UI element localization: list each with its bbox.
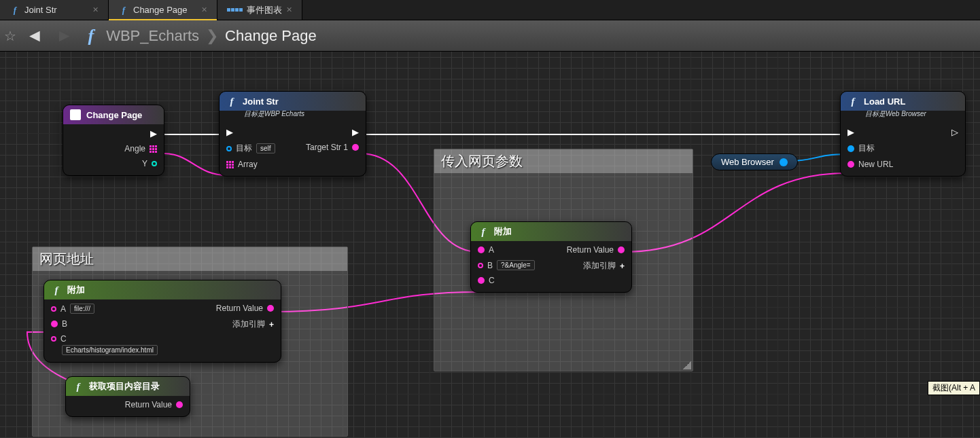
output-pin-return-value[interactable]: Return Value [216,304,274,313]
comment-title[interactable]: 传入网页参数 [434,149,693,173]
tab-label: 事件图表 [247,4,282,16]
breadcrumb-current[interactable]: Change Page [225,27,317,45]
screenshot-tooltip: 截图(Alt + A [928,381,980,395]
node-title: 附加 [494,225,512,238]
node-subtitle: 目标是Web Browser [841,109,965,123]
node-function-entry[interactable]: Change Page Angle Y [63,105,164,176]
breadcrumb: WBP_Echarts ❯ Change Page [106,27,317,45]
input-pin-target[interactable]: 目标 [847,143,875,154]
output-pin-return-value[interactable]: Return Value [567,245,625,255]
tab-joint-str[interactable]: f Joint Str ✕ [0,0,109,20]
input-pin-b[interactable]: B?&Angle= [478,260,535,270]
function-icon: f [73,381,84,392]
input-pin-c[interactable]: C [478,276,495,285]
input-pin-b[interactable]: B [51,319,67,329]
tab-label: Joint Str [24,5,57,15]
function-icon: f [478,226,489,237]
node-title: 获取项目内容目录 [89,380,160,393]
input-pin-a[interactable]: A [478,245,494,255]
graph-canvas[interactable]: 网页地址 传入网页参数 Change Page Angle Y [0,52,980,438]
exec-in-pin[interactable] [226,127,233,137]
output-pin-y[interactable]: Y [142,159,157,168]
breadcrumb-root[interactable]: WBP_Echarts [106,27,199,45]
add-pin-button[interactable]: 添加引脚+ [583,260,625,272]
function-icon: f [82,26,99,46]
variable-web-browser[interactable]: Web Browser [711,153,798,170]
favorite-icon[interactable]: ☆ [4,28,16,44]
node-append-2[interactable]: f 附加 A B?&Angle= C Return Value 添加引脚+ [470,221,632,293]
node-load-url[interactable]: f Load URL 目标是Web Browser 目标 New URL [840,91,966,177]
input-pin-new-url[interactable]: New URL [847,160,893,169]
node-joint-str[interactable]: f Joint Str 目标是WBP Echarts 目标 self Array [219,91,366,177]
node-header[interactable]: f 附加 [471,222,631,241]
tab-bar: f Joint Str ✕ f Change Page ✕ 事件图表 ✕ [0,0,980,20]
function-icon: f [847,96,858,107]
node-header[interactable]: f Joint Str [220,92,366,111]
comment-title[interactable]: 网页地址 [33,247,347,271]
close-icon[interactable]: ✕ [92,5,99,14]
nav-forward-button: ► [53,25,76,46]
input-pin-a[interactable]: Afile:/// [51,304,94,314]
node-title: 附加 [67,284,85,296]
tab-change-page[interactable]: f Change Page ✕ [109,0,217,20]
close-icon[interactable]: ✕ [286,5,292,14]
node-append-1[interactable]: f 附加 Afile:/// B C Echarts/histogram/ind… [43,280,281,363]
output-pin-target-str[interactable]: Target Str 1 [306,143,359,152]
graph-icon [227,8,243,12]
node-subtitle: 目标是WBP Echarts [220,109,366,123]
breadcrumb-bar: ☆ ◄ ► f WBP_Echarts ❯ Change Page [0,20,980,52]
input-pin-c[interactable]: C Echarts/histogram/index.html [51,334,158,355]
exec-out-pin[interactable] [352,127,359,137]
entry-icon [70,109,81,120]
function-icon: f [118,5,129,16]
close-icon[interactable]: ✕ [201,5,207,14]
node-title: Joint Str [243,96,279,107]
exec-out-pin[interactable] [150,128,157,139]
chevron-right-icon: ❯ [206,27,218,45]
exec-out-pin[interactable] [951,127,958,137]
resize-handle-icon[interactable] [683,361,691,369]
input-pin-array[interactable]: Array [226,160,258,169]
node-header[interactable]: f 获取项目内容目录 [66,377,190,396]
nav-back-button[interactable]: ◄ [23,25,46,46]
node-title: Load URL [864,96,905,107]
node-header[interactable]: f 附加 [44,280,281,299]
function-icon: f [51,285,62,295]
output-pin[interactable] [780,158,788,166]
tab-label: Change Page [133,5,188,15]
node-header[interactable]: Change Page [63,105,164,124]
add-pin-button[interactable]: 添加引脚+ [232,318,274,330]
output-pin-angle[interactable]: Angle [124,144,157,153]
node-title: Change Page [86,110,142,120]
node-header[interactable]: f Load URL [841,92,965,111]
function-icon: f [10,5,20,16]
tab-event-graph[interactable]: 事件图表 ✕ [217,0,302,20]
output-pin-return-value[interactable]: Return Value [125,400,183,409]
exec-in-pin[interactable] [847,127,854,137]
node-get-content-dir[interactable]: f 获取项目内容目录 Return Value [65,376,190,417]
function-icon: f [226,96,237,107]
input-pin-target[interactable]: 目标 self [226,143,275,154]
